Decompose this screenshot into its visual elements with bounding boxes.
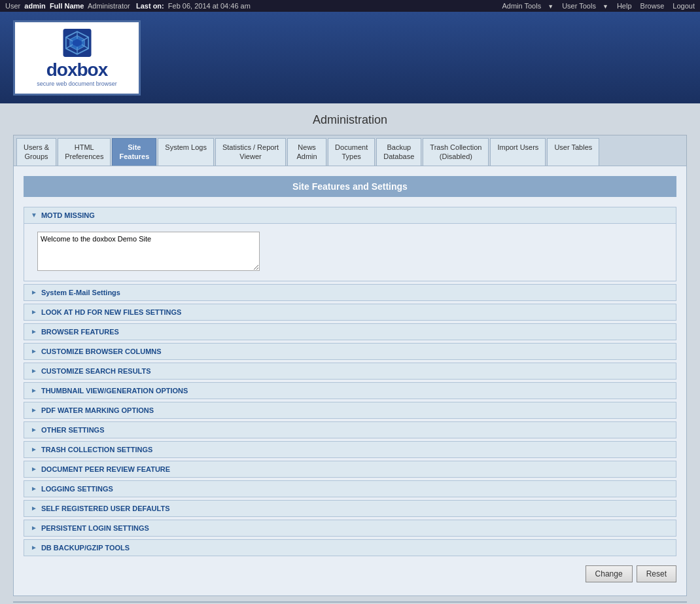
collapsible-label-3: CUSTOMIZE BROWSER COLUMNS xyxy=(41,347,162,355)
collapsible-section-1: ► LOOK AT HD FOR NEW FILES SETTINGS xyxy=(24,304,676,321)
tab-backup-database[interactable]: BackupDatabase xyxy=(376,138,421,166)
laston-label: Last on: xyxy=(136,2,164,10)
collapsible-header-6[interactable]: ► PDF WATER MARKING OPTIONS xyxy=(24,402,676,418)
collapsible-label-12: PERSISTENT LOGIN SETTINGS xyxy=(41,524,149,532)
tab-statistics[interactable]: Statistics / ReportViewer xyxy=(215,138,286,166)
motd-textarea[interactable] xyxy=(37,232,260,271)
collapsible-header-8[interactable]: ► TRASH COLLECTION SETTINGS xyxy=(24,442,676,457)
browse-link[interactable]: Browse xyxy=(640,2,665,10)
collapsible-label-1: LOOK AT HD FOR NEW FILES SETTINGS xyxy=(41,308,182,316)
collapsible-label-5: THUMBNAIL VIEW/GENERATION OPTIONS xyxy=(41,387,188,395)
collapsible-header-1[interactable]: ► LOOK AT HD FOR NEW FILES SETTINGS xyxy=(24,304,676,320)
tab-news-admin[interactable]: NewsAdmin xyxy=(287,138,326,166)
tab-import-users[interactable]: Import Users xyxy=(490,138,546,166)
collapsible-arrow-12: ► xyxy=(31,524,37,531)
reset-button[interactable]: Reset xyxy=(637,565,676,582)
collapsible-section-0: ► System E-Mail Settings xyxy=(24,284,676,301)
collapsible-sections: ► System E-Mail Settings ► LOOK AT HD FO… xyxy=(24,284,676,556)
section-header-bar: Site Features and Settings xyxy=(24,176,676,197)
motd-header[interactable]: ▼ MOTD MISSING xyxy=(24,207,676,224)
collapsible-arrow-4: ► xyxy=(31,367,37,374)
motd-section: ▼ MOTD MISSING xyxy=(24,207,676,281)
logo-icon xyxy=(61,29,94,57)
username: admin xyxy=(24,2,45,10)
collapsible-arrow-1: ► xyxy=(31,308,37,315)
collapsible-section-5: ► THUMBNAIL VIEW/GENERATION OPTIONS xyxy=(24,382,676,399)
tab-users-groups[interactable]: Users &Groups xyxy=(16,138,56,166)
collapsible-header-12[interactable]: ► PERSISTENT LOGIN SETTINGS xyxy=(24,520,676,536)
collapsible-header-4[interactable]: ► CUSTOMIZE SEARCH RESULTS xyxy=(24,363,676,379)
collapsible-header-3[interactable]: ► CUSTOMIZE BROWSER COLUMNS xyxy=(24,344,676,359)
page-title: Administration xyxy=(13,113,687,127)
bottom-buttons: Change Reset xyxy=(24,559,676,586)
collapsible-arrow-5: ► xyxy=(31,387,37,394)
collapsible-section-3: ► CUSTOMIZE BROWSER COLUMNS xyxy=(24,343,676,360)
collapsible-arrow-9: ► xyxy=(31,465,37,472)
content-panel: Site Features and Settings ▼ MOTD MISSIN… xyxy=(13,166,687,596)
collapsible-label-10: LOGGING SETTINGS xyxy=(41,485,113,493)
collapsible-section-4: ► CUSTOMIZE SEARCH RESULTS xyxy=(24,363,676,380)
collapsible-section-6: ► PDF WATER MARKING OPTIONS xyxy=(24,402,676,419)
admin-tools-arrow: ▼ xyxy=(548,3,553,10)
collapsible-label-4: CUSTOMIZE SEARCH RESULTS xyxy=(41,367,151,375)
collapsible-arrow-7: ► xyxy=(31,426,37,433)
top-bar: User admin Full Name Administrator Last … xyxy=(0,0,700,12)
collapsible-label-0: System E-Mail Settings xyxy=(41,289,120,296)
tab-html-preferences[interactable]: HTMLPreferences xyxy=(58,138,111,166)
header: doxbox secure web document browser xyxy=(0,12,700,103)
collapsible-arrow-8: ► xyxy=(31,446,37,453)
user-tools-arrow: ▼ xyxy=(603,3,608,10)
collapsible-header-2[interactable]: ► BROWSER FEATURES xyxy=(24,324,676,340)
collapsible-label-8: TRASH COLLECTION SETTINGS xyxy=(41,446,153,453)
collapsible-header-0[interactable]: ► System E-Mail Settings xyxy=(24,285,676,300)
collapsible-section-12: ► PERSISTENT LOGIN SETTINGS xyxy=(24,520,676,537)
admin-tools-link[interactable]: Admin Tools xyxy=(502,2,541,10)
collapsible-header-9[interactable]: ► DOCUMENT PEER REVIEW FEATURE xyxy=(24,461,676,477)
collapsible-header-13[interactable]: ► DB BACKUP/GZIP TOOLS xyxy=(24,540,676,556)
collapsible-label-7: OTHER SETTINGS xyxy=(41,426,105,434)
motd-arrow: ▼ xyxy=(31,211,37,219)
collapsible-label-11: SELF REGISTERED USER DEFAULTS xyxy=(41,505,170,512)
tab-document-types[interactable]: DocumentTypes xyxy=(328,138,375,166)
tab-system-logs[interactable]: System Logs xyxy=(158,138,214,166)
collapsible-label-13: DB BACKUP/GZIP TOOLS xyxy=(41,544,130,552)
collapsible-arrow-6: ► xyxy=(31,406,37,414)
tab-bar: Users &Groups HTMLPreferences SiteFeatur… xyxy=(13,135,687,166)
motd-title: MOTD MISSING xyxy=(41,211,95,219)
logo-tagline: secure web document browser xyxy=(37,80,117,87)
collapsible-arrow-0: ► xyxy=(31,289,37,296)
collapsible-section-7: ► OTHER SETTINGS xyxy=(24,421,676,438)
collapsible-arrow-3: ► xyxy=(31,347,37,355)
collapsible-arrow-10: ► xyxy=(31,485,37,492)
last-date: Feb 06, 2014 at 04:46 am xyxy=(168,2,251,10)
collapsible-label-6: PDF WATER MARKING OPTIONS xyxy=(41,406,154,414)
fullname: Administrator xyxy=(88,2,130,10)
help-link[interactable]: Help xyxy=(617,2,632,10)
tab-user-tables[interactable]: User Tables xyxy=(547,138,599,166)
fullname-label: Full Name xyxy=(50,2,84,10)
user-tools-link[interactable]: User Tools xyxy=(562,2,596,10)
collapsible-arrow-2: ► xyxy=(31,328,37,335)
change-button[interactable]: Change xyxy=(586,565,633,582)
collapsible-section-10: ► LOGGING SETTINGS xyxy=(24,480,676,497)
top-nav: Admin Tools▼ User Tools▼ Help Browse Log… xyxy=(495,2,695,10)
collapsible-section-2: ► BROWSER FEATURES xyxy=(24,323,676,340)
divider xyxy=(13,601,687,603)
tab-trash-collection[interactable]: Trash Collection(Disabled) xyxy=(423,138,489,166)
user-label: User xyxy=(5,2,20,10)
collapsible-section-11: ► SELF REGISTERED USER DEFAULTS xyxy=(24,500,676,517)
collapsible-section-13: ► DB BACKUP/GZIP TOOLS xyxy=(24,539,676,556)
tab-site-features[interactable]: SiteFeatures xyxy=(112,138,156,166)
collapsible-header-11[interactable]: ► SELF REGISTERED USER DEFAULTS xyxy=(24,501,676,516)
collapsible-header-10[interactable]: ► LOGGING SETTINGS xyxy=(24,481,676,497)
main-content: Administration Users &Groups HTMLPrefere… xyxy=(0,103,700,604)
collapsible-arrow-13: ► xyxy=(31,544,37,551)
logout-link[interactable]: Logout xyxy=(673,2,695,10)
motd-body xyxy=(24,224,676,281)
collapsible-header-7[interactable]: ► OTHER SETTINGS xyxy=(24,422,676,438)
collapsible-header-5[interactable]: ► THUMBNAIL VIEW/GENERATION OPTIONS xyxy=(24,383,676,399)
collapsible-section-8: ► TRASH COLLECTION SETTINGS xyxy=(24,441,676,458)
collapsible-label-9: DOCUMENT PEER REVIEW FEATURE xyxy=(41,465,170,473)
collapsible-arrow-11: ► xyxy=(31,505,37,512)
logo-box: doxbox secure web document browser xyxy=(13,20,141,96)
